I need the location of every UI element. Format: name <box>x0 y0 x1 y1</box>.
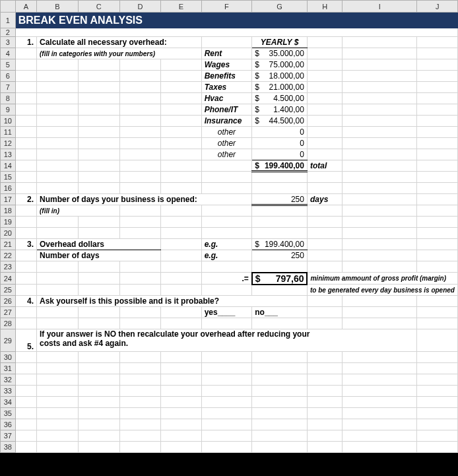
rowhdr-30[interactable]: 30 <box>1 352 16 363</box>
total-label[interactable]: total <box>307 160 342 172</box>
sec3-eg2[interactable]: e.g. <box>201 250 252 261</box>
sec2-val[interactable]: 250 <box>252 194 308 205</box>
rowhdr-38[interactable]: 38 <box>1 442 16 453</box>
rowhdr-11[interactable]: 11 <box>1 127 16 138</box>
rowhdr-28[interactable]: 28 <box>1 318 16 329</box>
rowhdr-19[interactable]: 19 <box>1 217 16 228</box>
sec4-heading[interactable]: Ask yourself is this possible and is it … <box>37 296 308 307</box>
ovh-val-0[interactable]: $35.000,00 <box>252 48 308 59</box>
sec1-note[interactable]: (fill in categories with your numbers) <box>37 48 202 59</box>
title-cell[interactable]: BREAK EVEN ANALYSIS <box>15 13 457 28</box>
ovh-label-2[interactable]: Benefits <box>201 71 252 82</box>
col-E[interactable]: E <box>161 1 202 13</box>
sec3-result[interactable]: $797,60 <box>252 273 308 285</box>
rowhdr-32[interactable]: 32 <box>1 374 16 386</box>
sec2-unit[interactable]: days <box>307 194 342 205</box>
ovh-label-6[interactable]: Insurance <box>201 116 252 127</box>
rowhdr-31[interactable]: 31 <box>1 363 16 374</box>
rowhdr-4[interactable]: 4 <box>1 48 16 59</box>
cell[interactable] <box>343 37 417 48</box>
rowhdr-1[interactable]: 1 <box>1 13 16 28</box>
cell[interactable] <box>201 37 252 48</box>
ovh-val-4[interactable]: $4.500,00 <box>252 93 308 104</box>
cell[interactable] <box>417 48 458 59</box>
rowhdr-36[interactable]: 36 <box>1 419 16 430</box>
rowhdr-7[interactable]: 7 <box>1 82 16 93</box>
col-J[interactable]: J <box>417 1 458 13</box>
sec1-num[interactable]: 1. <box>15 37 36 48</box>
sec2-num[interactable]: 2. <box>15 194 36 205</box>
sec3-eq[interactable]: .= <box>201 273 252 285</box>
sec1-heading[interactable]: Calculate all necessary overhead: <box>37 37 202 48</box>
rowhdr-29[interactable]: 29 <box>1 329 16 352</box>
col-F[interactable]: F <box>201 1 252 13</box>
rowhdr-33[interactable]: 33 <box>1 386 16 397</box>
sec2-heading[interactable]: Number of days your business is opened: <box>37 194 252 205</box>
rowhdr-5[interactable]: 5 <box>1 59 16 71</box>
rowhdr-22[interactable]: 22 <box>1 250 16 261</box>
sec3-val2[interactable]: 250 <box>252 250 308 261</box>
ovh-label-0[interactable]: Rent <box>201 48 252 59</box>
sec3-note2[interactable]: to be generated every day business is op… <box>307 285 457 296</box>
ovh-label-5[interactable]: Phone/IT <box>201 104 252 116</box>
cell[interactable] <box>417 37 458 48</box>
cell[interactable] <box>307 37 342 48</box>
ovh-val-6[interactable]: $44.500,00 <box>252 116 308 127</box>
rowhdr-12[interactable]: 12 <box>1 138 16 149</box>
sec5-num[interactable]: 5. <box>15 329 36 352</box>
rowhdr-35[interactable]: 35 <box>1 408 16 419</box>
col-B[interactable]: B <box>37 1 79 13</box>
col-H[interactable]: H <box>307 1 342 13</box>
rowhdr-21[interactable]: 21 <box>1 239 16 250</box>
rowhdr-34[interactable]: 34 <box>1 397 16 408</box>
cell[interactable] <box>15 48 36 59</box>
ovh-val-9[interactable]: 0 <box>252 149 308 160</box>
ovh-val-2[interactable]: $18.000,00 <box>252 71 308 82</box>
ovh-val-7[interactable]: 0 <box>252 127 308 138</box>
cell[interactable] <box>15 28 457 37</box>
ovh-label-9[interactable]: other <box>201 149 252 160</box>
sec3-val1[interactable]: $199.400,00 <box>252 239 308 250</box>
col-A[interactable]: A <box>15 1 36 13</box>
col-D[interactable]: D <box>119 1 161 13</box>
rowhdr-2[interactable]: 2 <box>1 28 16 37</box>
ovh-val-8[interactable]: 0 <box>252 138 308 149</box>
rowhdr-16[interactable]: 16 <box>1 183 16 194</box>
rowhdr-14[interactable]: 14 <box>1 160 16 172</box>
col-C[interactable]: C <box>78 1 119 13</box>
rowhdr-13[interactable]: 13 <box>1 149 16 160</box>
sec5-text[interactable]: If your answer is NO then recalculate yo… <box>37 329 417 352</box>
col-G[interactable]: G <box>252 1 308 13</box>
rowhdr-25[interactable]: 25 <box>1 285 16 296</box>
sec2-note[interactable]: (fill in) <box>37 205 120 217</box>
rowhdr-10[interactable]: 10 <box>1 116 16 127</box>
rowhdr-26[interactable]: 26 <box>1 296 16 307</box>
rowhdr-20[interactable]: 20 <box>1 228 16 239</box>
ovh-label-1[interactable]: Wages <box>201 59 252 71</box>
rowhdr-6[interactable]: 6 <box>1 71 16 82</box>
sec3-line2[interactable]: Number of days <box>37 250 161 261</box>
cell[interactable] <box>343 48 417 59</box>
sec4-yes[interactable]: yes____ <box>201 307 252 318</box>
ovh-val-3[interactable]: $21.000,00 <box>252 82 308 93</box>
rowhdr-8[interactable]: 8 <box>1 93 16 104</box>
rowhdr-17[interactable]: 17 <box>1 194 16 205</box>
rowhdr-27[interactable]: 27 <box>1 307 16 318</box>
ovh-label-7[interactable]: other <box>201 127 252 138</box>
ovh-label-4[interactable]: Hvac <box>201 93 252 104</box>
ovh-val-5[interactable]: $1.400,00 <box>252 104 308 116</box>
col-I[interactable]: I <box>343 1 417 13</box>
ovh-label-3[interactable]: Taxes <box>201 82 252 93</box>
sec3-num[interactable]: 3. <box>15 239 36 250</box>
rowhdr-24[interactable]: 24 <box>1 273 16 285</box>
spreadsheet-grid[interactable]: A B C D E F G H I J 1 BREAK EVEN ANALYSI… <box>0 0 458 453</box>
total-val[interactable]: $199.400,00 <box>252 160 308 172</box>
corner-cell[interactable] <box>1 1 16 13</box>
rowhdr-9[interactable]: 9 <box>1 104 16 116</box>
sec4-no[interactable]: no___ <box>252 307 308 318</box>
ovh-val-1[interactable]: $75.000,00 <box>252 59 308 71</box>
cell[interactable] <box>307 48 342 59</box>
rowhdr-3[interactable]: 3 <box>1 37 16 48</box>
yearly-header[interactable]: YEARLY $ <box>252 37 308 48</box>
rowhdr-23[interactable]: 23 <box>1 261 16 273</box>
